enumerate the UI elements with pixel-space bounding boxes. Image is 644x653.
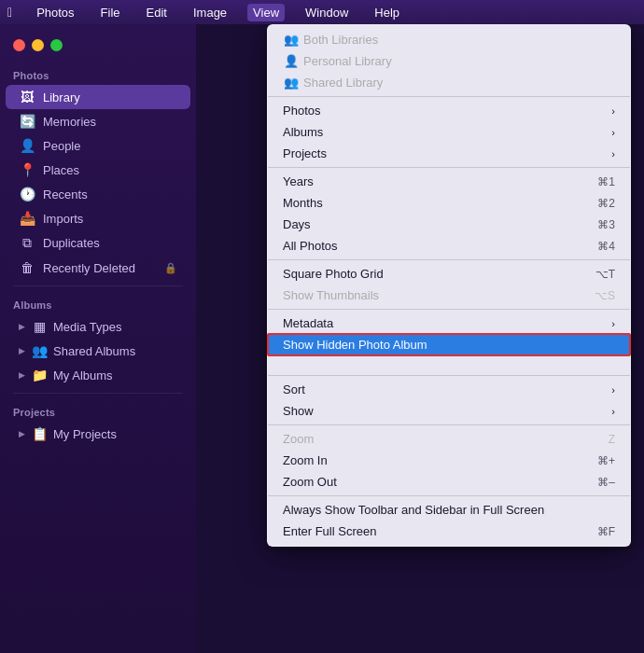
menu-item-show[interactable]: Show › (268, 400, 630, 422)
shared-library-icon: 👥 (283, 76, 300, 90)
sidebar-item-recently-deleted-label: Recently Deleted (43, 261, 157, 275)
sidebar-item-my-projects[interactable]: ▶ 📋 My Projects (6, 422, 190, 446)
chevron-icon: ▶ (19, 322, 25, 331)
main-window: Photos 🖼 Library 🔄 Memories 👤 People 📍 P… (0, 24, 644, 653)
menu-item-albums[interactable]: Albums › (268, 121, 630, 143)
memories-icon: 🔄 (19, 114, 35, 129)
lock-icon: 🔒 (164, 262, 177, 274)
sidebar-item-imports[interactable]: 📥 Imports (6, 206, 190, 230)
menu-item-sort-label: Sort (283, 382, 305, 396)
menu-item-personal-library[interactable]: 👤 Personal Library (268, 50, 630, 72)
menu-separator-1 (268, 96, 630, 97)
menu-item-shared-library[interactable]: 👥 Shared Library (268, 72, 630, 93)
sidebar-item-my-albums[interactable]: ▶ 📁 My Albums (6, 363, 190, 387)
main-content: 👥 Both Libraries 👤 Personal Library 👥 Sh… (196, 24, 644, 653)
sidebar-item-places[interactable]: 📍 Places (6, 158, 190, 182)
sidebar-item-recently-deleted[interactable]: 🗑 Recently Deleted 🔒 (6, 256, 190, 280)
people-icon: 👤 (19, 138, 35, 153)
menu-item-photos-label: Photos (283, 104, 320, 118)
menu-item-zoom-in[interactable]: Zoom In ⌘+ (268, 450, 630, 471)
sidebar-section-projects: Projects (0, 399, 196, 422)
menubar-edit[interactable]: Edit (141, 4, 173, 21)
menu-item-show-thumbnails[interactable]: Show Thumbnails ⌥S (268, 285, 630, 306)
sidebar-item-library[interactable]: 🖼 Library (6, 85, 190, 109)
menu-item-years-label: Years (283, 174, 314, 188)
menu-item-show-hidden-album[interactable]: Show Hidden Photo Album (268, 334, 630, 355)
menubar-view[interactable]: View (247, 4, 285, 21)
menubar-image[interactable]: Image (188, 4, 232, 21)
zoom-in-shortcut: ⌘+ (597, 454, 615, 467)
submenu-arrow-icon: › (611, 105, 615, 117)
menu-item-always-show-toolbar[interactable]: Always Show Toolbar and Sidebar in Full … (268, 499, 630, 521)
all-photos-shortcut: ⌘4 (597, 240, 615, 253)
sidebar-item-duplicates-label: Duplicates (43, 236, 177, 250)
shared-albums-icon: 👥 (31, 343, 48, 358)
menu-item-personal-library-label: Personal Library (303, 54, 392, 68)
sidebar-divider-1 (13, 285, 183, 286)
menu-separator-2 (268, 167, 630, 168)
menu-item-square-grid[interactable]: Square Photo Grid ⌥T (268, 263, 630, 285)
menu-item-zoom[interactable]: Zoom Z (268, 428, 630, 450)
menu-item-always-show-toolbar-label: Always Show Toolbar and Sidebar in Full … (283, 503, 544, 517)
sidebar-item-memories[interactable]: 🔄 Memories (6, 109, 190, 133)
sidebar-item-people-label: People (43, 139, 177, 153)
sidebar-item-people[interactable]: 👤 People (6, 133, 190, 158)
maximize-button[interactable] (50, 39, 63, 51)
show-thumbnails-shortcut: ⌥S (595, 289, 615, 302)
view-menu: 👥 Both Libraries 👤 Personal Library 👥 Sh… (267, 24, 631, 547)
zoom-shortcut: Z (609, 433, 615, 446)
menu-item-months[interactable]: Months ⌘2 (268, 192, 630, 214)
menu-item-enter-full-screen[interactable]: Enter Full Screen ⌘F (268, 521, 630, 542)
menubar:  Photos File Edit Image View Window Hel… (0, 0, 644, 24)
sidebar-item-recents[interactable]: 🕐 Recents (6, 182, 190, 206)
places-icon: 📍 (19, 162, 35, 177)
menubar-photos[interactable]: Photos (31, 4, 79, 21)
library-icon: 🖼 (19, 90, 35, 104)
years-shortcut: ⌘1 (597, 175, 615, 188)
sidebar-item-media-types[interactable]: ▶ ▦ Media Types (6, 314, 190, 339)
close-button[interactable] (13, 39, 25, 51)
menu-item-projects[interactable]: Projects › (268, 143, 630, 164)
menu-separator-6 (268, 424, 630, 425)
sidebar-item-shared-albums[interactable]: ▶ 👥 Shared Albums (6, 339, 190, 363)
menu-item-square-grid-label: Square Photo Grid (283, 267, 384, 281)
menubar-window[interactable]: Window (300, 4, 354, 21)
menu-separator-5 (268, 375, 630, 376)
menu-item-photos[interactable]: Photos › (268, 100, 630, 121)
media-types-icon: ▦ (31, 319, 48, 334)
apple-menu-icon[interactable]:  (7, 5, 12, 20)
menu-item-all-photos-label: All Photos (283, 239, 338, 253)
menubar-help[interactable]: Help (369, 4, 405, 21)
menu-item-zoom-label: Zoom (283, 432, 314, 446)
sidebar-item-my-albums-label: My Albums (53, 368, 113, 382)
menu-item-show-thumbnails-label: Show Thumbnails (283, 288, 379, 302)
menu-item-projects-label: Projects (283, 146, 327, 160)
menu-item-metadata[interactable]: Metadata › (268, 313, 630, 334)
sidebar-item-duplicates[interactable]: ⧉ Duplicates (6, 230, 190, 256)
menu-item-zoom-out-label: Zoom Out (283, 475, 337, 489)
menubar-file[interactable]: File (95, 4, 126, 21)
menu-item-show-hidden-placeholder (268, 355, 630, 372)
recents-icon: 🕐 (19, 187, 35, 201)
menu-item-zoom-in-label: Zoom In (283, 453, 328, 467)
chevron-icon: ▶ (19, 370, 25, 380)
menu-item-all-photos[interactable]: All Photos ⌘4 (268, 235, 630, 257)
menu-item-both-libraries[interactable]: 👥 Both Libraries (268, 29, 630, 50)
minimize-button[interactable] (32, 39, 44, 51)
menu-item-sort[interactable]: Sort › (268, 379, 630, 400)
sidebar-item-memories-label: Memories (43, 115, 177, 129)
menu-item-days[interactable]: Days ⌘3 (268, 214, 630, 235)
traffic-lights (0, 35, 196, 63)
menu-item-months-label: Months (283, 196, 323, 210)
menu-item-show-hidden-album-label: Show Hidden Photo Album (283, 338, 427, 352)
sidebar-section-albums: Albums (0, 292, 196, 314)
menu-item-albums-label: Albums (283, 125, 323, 139)
menu-separator-4 (268, 309, 630, 310)
menu-item-zoom-out[interactable]: Zoom Out ⌘– (268, 471, 630, 493)
menu-item-enter-full-screen-label: Enter Full Screen (283, 524, 376, 538)
chevron-icon: ▶ (19, 346, 25, 355)
sidebar-item-places-label: Places (43, 163, 177, 177)
menu-item-years[interactable]: Years ⌘1 (268, 171, 630, 192)
my-projects-icon: 📋 (31, 426, 48, 441)
sidebar: Photos 🖼 Library 🔄 Memories 👤 People 📍 P… (0, 24, 196, 653)
